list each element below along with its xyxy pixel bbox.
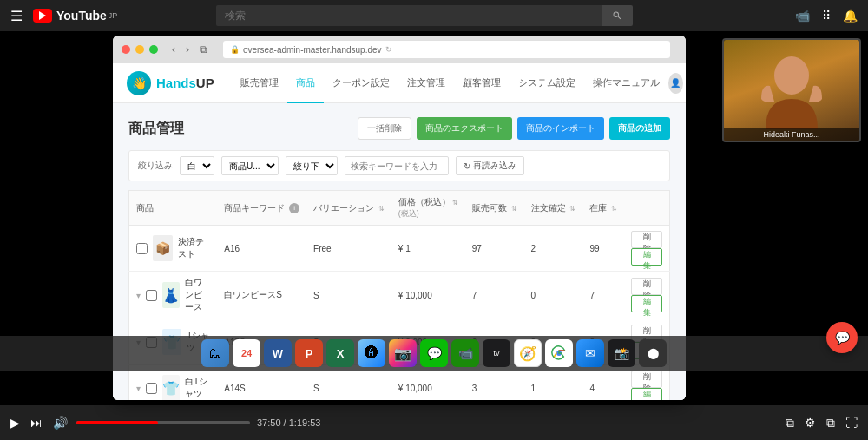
table-row: 📦 決済テスト A16 Free ¥ 1 97 2 99 削除: [129, 226, 670, 272]
price-cell: ¥ 1: [391, 226, 465, 272]
progress-fill: [76, 421, 158, 424]
dock-mail[interactable]: ✉: [576, 339, 604, 367]
skip-next-button[interactable]: ⏭: [29, 414, 44, 431]
nav-item-products[interactable]: 商品: [287, 63, 324, 103]
progress-bar[interactable]: [76, 421, 250, 424]
dock-appstore[interactable]: 🅐: [358, 339, 385, 367]
browser-close-dot[interactable]: [122, 45, 130, 54]
nav-user[interactable]: 👤 Hideaki Fu...: [668, 73, 686, 94]
chat-icon: 💬: [835, 331, 850, 345]
dock-finder[interactable]: 🗂: [201, 339, 229, 367]
refresh-icon[interactable]: ↻: [385, 45, 392, 54]
camera-icon[interactable]: 📹: [795, 9, 810, 23]
row-checkbox[interactable]: [146, 383, 157, 394]
dock-photos[interactable]: 📷: [389, 339, 417, 367]
add-product-button[interactable]: 商品の追加: [609, 117, 670, 140]
browser-nav: ‹ › ⧉: [168, 42, 211, 57]
th-available: 販売可数 ⇅: [465, 191, 524, 226]
dock-facetime[interactable]: 📹: [451, 339, 479, 367]
search-icon: [612, 10, 622, 21]
browser-maximize-dot[interactable]: [149, 45, 158, 54]
delete-row-btn[interactable]: 削除: [631, 278, 662, 295]
price-cell: ¥ 10,000: [391, 272, 465, 319]
dock-excel[interactable]: X: [326, 339, 354, 367]
youtube-logo[interactable]: YouTube JP: [33, 9, 117, 23]
miniplayer-button[interactable]: ⧉: [825, 414, 837, 432]
product-thumb: 📦: [153, 235, 173, 261]
settings-button[interactable]: ⚙: [803, 414, 818, 431]
dock-wechat[interactable]: 💬: [420, 339, 448, 367]
th-price: 価格（税込）⇅ (税込): [391, 191, 465, 226]
available-cell: 97: [465, 226, 524, 272]
row-checkbox[interactable]: [146, 290, 157, 301]
export-button[interactable]: 商品のエクスポート: [417, 117, 512, 140]
browser-back-btn[interactable]: ‹: [168, 42, 179, 57]
dock-powerpoint[interactable]: P: [295, 339, 323, 367]
webcam-overlay: Hideaki Funas...: [722, 38, 861, 142]
app-nav: 👋 HandsUP 販売管理 商品 クーポン設定 注文管理 顧客管理 システム設…: [113, 63, 686, 103]
variation-cell: S: [306, 272, 391, 319]
search-button[interactable]: [602, 5, 633, 26]
total-time: 1:19:53: [289, 417, 321, 428]
row-checkbox[interactable]: [136, 243, 148, 254]
nav-item-customers[interactable]: 顧客管理: [454, 63, 510, 103]
actions-cell: 削除 編集: [624, 272, 669, 319]
filter-search-input[interactable]: [345, 156, 449, 175]
volume-button[interactable]: 🔊: [51, 414, 69, 431]
subtitles-button[interactable]: ⧉: [784, 414, 796, 432]
dock-chrome[interactable]: [545, 339, 573, 367]
chrome-icon: [551, 345, 567, 361]
browser-url-bar[interactable]: 🔒 oversea-admin-master.handsup.dev ↻: [223, 41, 670, 58]
filter-select-1[interactable]: 白: [180, 156, 214, 175]
reload-button[interactable]: ↻ 再読み込み: [456, 156, 524, 175]
browser-id-btn[interactable]: ⧉: [196, 42, 211, 57]
floating-action-button[interactable]: 💬: [826, 322, 858, 353]
user-avatar: 👤: [668, 73, 683, 94]
th-product: 商品: [129, 191, 218, 226]
nav-item-orders[interactable]: 注文管理: [398, 63, 454, 103]
dock-safari[interactable]: 🧭: [514, 339, 542, 367]
nav-item-system[interactable]: システム設定: [510, 63, 584, 103]
dock-phone[interactable]: ⬤: [639, 339, 667, 367]
bulk-delete-button[interactable]: 一括削除: [358, 117, 411, 140]
browser-forward-btn[interactable]: ›: [182, 42, 193, 57]
product-name: 決済テスト: [178, 236, 211, 260]
menu-icon[interactable]: ☰: [10, 8, 23, 24]
dock-word[interactable]: W: [264, 339, 292, 367]
person-silhouette: [757, 51, 826, 129]
video-area: ‹ › ⧉ 🔒 oversea-admin-master.handsup.dev…: [0, 31, 868, 405]
edit-row-btn[interactable]: 編集: [631, 248, 662, 266]
dock-calendar[interactable]: 24: [233, 339, 260, 367]
fullscreen-button[interactable]: ⛶: [844, 414, 859, 431]
import-button[interactable]: 商品のインポート: [517, 117, 604, 140]
app-logo-icon: 👋: [127, 71, 151, 95]
filter-label: 絞り込み: [138, 160, 173, 172]
youtube-logo-badge: JP: [108, 11, 118, 20]
edit-row-btn[interactable]: 編集: [631, 295, 662, 312]
keyword-cell: A16: [217, 226, 306, 272]
filter-select-2[interactable]: 商品U...: [221, 156, 279, 175]
youtube-topbar: ☰ YouTube JP 📹 ⠿ 🔔: [0, 0, 868, 31]
play-button[interactable]: ▶: [9, 414, 22, 431]
app-logo-text: HandsUP: [156, 76, 214, 90]
yt-controls: ▶ ⏭ 🔊 37:50 / 1:19:53 ⧉ ⚙ ⧉ ⛶: [0, 405, 868, 440]
grid-icon[interactable]: ⠿: [822, 9, 831, 23]
edit-row-btn[interactable]: 編集: [631, 388, 662, 400]
reload-label: 再読み込み: [473, 160, 516, 172]
delete-row-btn[interactable]: 削除: [631, 231, 662, 248]
bell-icon[interactable]: 🔔: [843, 9, 858, 23]
dock-appletv[interactable]: tv: [483, 339, 510, 367]
nav-item-coupon[interactable]: クーポン設定: [324, 63, 398, 103]
browser-minimize-dot[interactable]: [135, 45, 144, 54]
expand-icon[interactable]: ▾: [136, 384, 141, 393]
filter-select-3[interactable]: 絞り下: [286, 156, 338, 175]
nav-item-sales[interactable]: 販売管理: [232, 63, 287, 103]
expand-icon[interactable]: ▾: [136, 291, 141, 300]
sort-icon-available: ⇅: [511, 205, 517, 213]
keyword-cell: 白ワンピースS: [217, 272, 306, 319]
nav-item-manual[interactable]: 操作マニュアル: [584, 63, 668, 103]
th-price-subtext: (税込): [398, 208, 458, 220]
dock-camera[interactable]: 📸: [608, 339, 635, 367]
delete-row-btn[interactable]: 削除: [631, 371, 662, 388]
search-input[interactable]: [216, 5, 602, 26]
